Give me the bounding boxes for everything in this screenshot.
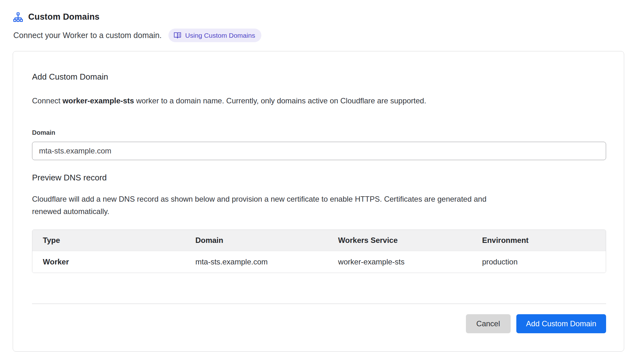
dialog-intro-text: Connect worker-example-sts worker to a d… <box>32 94 606 107</box>
preview-dns-description: Cloudflare will add a new DNS record as … <box>32 193 495 218</box>
column-header-type: Type <box>32 236 185 245</box>
docs-link-using-custom-domains[interactable]: Using Custom Domains <box>168 29 262 42</box>
worker-name: worker-example-sts <box>62 96 134 105</box>
add-custom-domain-button[interactable]: Add Custom Domain <box>516 314 606 333</box>
add-custom-domain-dialog: Add Custom Domain Connect worker-example… <box>13 51 624 352</box>
column-header-domain: Domain <box>185 236 328 245</box>
dialog-footer: Cancel Add Custom Domain <box>32 314 606 333</box>
column-header-environment: Environment <box>472 236 606 245</box>
cell-domain: mta-sts.example.com <box>185 257 328 266</box>
column-header-workers-service: Workers Service <box>328 236 472 245</box>
page-title: Custom Domains <box>28 12 100 22</box>
domain-field-label: Domain <box>32 129 606 136</box>
table-row: Worker mta-sts.example.com worker-exampl… <box>32 251 606 273</box>
cell-environment: production <box>472 257 606 266</box>
cell-type: Worker <box>32 257 185 266</box>
preview-dns-heading: Preview DNS record <box>32 173 606 183</box>
sitemap-icon <box>13 12 23 22</box>
page-subtitle: Connect your Worker to a custom domain. <box>13 31 162 40</box>
dns-preview-table: Type Domain Workers Service Environment … <box>32 230 606 273</box>
page-header: Custom Domains Connect your Worker to a … <box>13 12 624 42</box>
docs-link-label: Using Custom Domains <box>185 32 255 39</box>
cell-workers-service: worker-example-sts <box>328 257 472 266</box>
domain-input[interactable] <box>32 142 606 160</box>
open-book-icon <box>173 31 182 40</box>
table-header-row: Type Domain Workers Service Environment <box>32 230 606 251</box>
dialog-heading: Add Custom Domain <box>32 72 606 82</box>
footer-divider <box>32 303 606 304</box>
cancel-button[interactable]: Cancel <box>466 314 511 333</box>
